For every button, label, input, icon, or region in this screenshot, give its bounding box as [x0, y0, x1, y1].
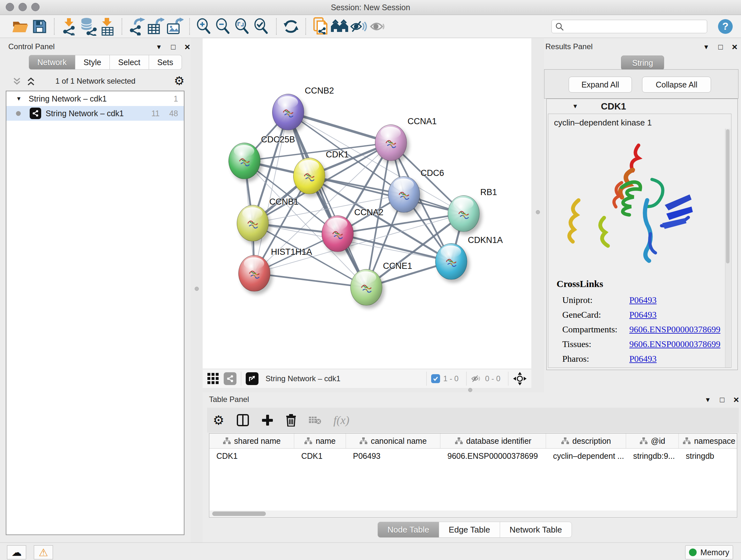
results-panel-close-icon[interactable]: ×: [732, 42, 738, 52]
table-panel-maximize-icon[interactable]: □: [720, 395, 725, 404]
zoom-fit-button[interactable]: [233, 17, 252, 36]
cell[interactable]: CDK1: [294, 449, 346, 463]
export-network-button[interactable]: [127, 17, 146, 36]
edge-HIST1H1A-CCNE1[interactable]: [254, 273, 366, 287]
cell[interactable]: CDK1: [209, 449, 294, 463]
results-tab-string[interactable]: String: [621, 56, 664, 70]
memory-button[interactable]: Memory: [685, 545, 733, 559]
gene-section-header[interactable]: ▼ CDK1: [547, 99, 738, 114]
results-scrollbar-thumb[interactable]: [726, 129, 730, 263]
node-RB1[interactable]: [448, 195, 480, 232]
function-builder-button[interactable]: f(x): [333, 414, 349, 427]
edge-CCNB2-CCNE1[interactable]: [288, 112, 366, 287]
node-CDK1[interactable]: [293, 158, 325, 194]
crosslink-link[interactable]: P06493: [629, 354, 657, 364]
column-header-databaseidentifier[interactable]: database identifier: [441, 434, 546, 448]
collection-expand-triangle[interactable]: ▼: [16, 96, 22, 102]
column-header-description[interactable]: description: [546, 434, 626, 448]
zoom-out-button[interactable]: [214, 17, 233, 36]
cell[interactable]: P06493: [346, 449, 441, 463]
birds-eye-view-icon[interactable]: [207, 373, 219, 385]
delete-table-icon[interactable]: [309, 415, 321, 425]
node-CCNE1[interactable]: [350, 269, 382, 306]
column-header-namespace[interactable]: namespace: [679, 434, 737, 448]
export-table-button[interactable]: [146, 17, 165, 36]
crosslink-link[interactable]: 9606.ENSP00000378699: [629, 339, 720, 349]
column-header-name[interactable]: name: [294, 434, 346, 448]
network-view-canvas[interactable]: CCNB2CCNA1CDC25BCDK1CDC6RB1CCNB1CCNA2CDK…: [203, 38, 531, 369]
tab-select[interactable]: Select: [110, 55, 149, 70]
table-splitter[interactable]: [203, 388, 544, 392]
network-options-gear-icon[interactable]: ⚙: [174, 75, 185, 87]
gene-collapse-triangle[interactable]: ▼: [572, 103, 578, 110]
node-CDC6[interactable]: [388, 176, 420, 212]
hidden-eye-slash-icon[interactable]: [471, 374, 482, 383]
warnings-button[interactable]: ⚠: [34, 545, 53, 559]
create-column-plus-icon[interactable]: [261, 414, 273, 426]
network-tree: ▼ String Network – cdk1 1 String Network…: [6, 91, 185, 535]
import-table-file-button[interactable]: [98, 17, 117, 36]
delete-column-trash-icon[interactable]: [286, 414, 296, 427]
crosslink-link[interactable]: P06493: [629, 295, 657, 305]
cell[interactable]: 9606.ENSP00000378699: [441, 449, 546, 463]
results-scrollbar[interactable]: [725, 129, 731, 368]
results-panel-float-icon[interactable]: ▼: [703, 44, 710, 51]
help-button[interactable]: ?: [718, 19, 733, 34]
cloud-status-button[interactable]: ☁: [7, 545, 26, 559]
open-in-window-icon[interactable]: [246, 372, 259, 385]
node-CCNB1[interactable]: [237, 205, 269, 241]
tab-network-table[interactable]: Network Table: [500, 522, 572, 538]
import-network-file-button[interactable]: [59, 17, 78, 36]
column-header-id[interactable]: @id: [626, 434, 679, 448]
search-input[interactable]: [551, 20, 707, 33]
first-neighbors-button[interactable]: [330, 17, 349, 36]
tab-edge-table[interactable]: Edge Table: [439, 522, 500, 538]
cell[interactable]: cyclin–dependent ...: [546, 449, 626, 463]
node-CDC25B[interactable]: [228, 143, 260, 179]
column-header-canonicalname[interactable]: canonical name: [346, 434, 441, 448]
control-panel-float-icon[interactable]: ▼: [156, 44, 162, 51]
node-CCNA1[interactable]: [375, 125, 407, 161]
zoom-selected-button[interactable]: [252, 17, 271, 36]
node-HIST1H1A[interactable]: [239, 255, 270, 292]
show-all-button[interactable]: [368, 17, 387, 36]
table-options-gear-icon[interactable]: ⚙: [213, 414, 224, 427]
results-panel-maximize-icon[interactable]: □: [718, 43, 723, 51]
expand-all-button[interactable]: Expand All: [569, 77, 632, 92]
tab-style[interactable]: Style: [75, 55, 110, 70]
cell[interactable]: stringdb: [679, 449, 737, 463]
crosslink-link[interactable]: P06493: [629, 310, 657, 320]
tab-network[interactable]: Network: [29, 55, 75, 70]
network-collection-row[interactable]: ▼ String Network – cdk1 1: [6, 91, 184, 106]
table-horizontal-scrollbar[interactable]: [210, 510, 737, 517]
show-columns-icon[interactable]: [237, 414, 249, 427]
network-type-share-icon[interactable]: [224, 372, 237, 385]
node-CCNB2[interactable]: [272, 94, 304, 130]
pan-crosshair-icon[interactable]: [513, 372, 527, 386]
column-header-sharedname[interactable]: shared name: [209, 434, 294, 448]
crosslink-link[interactable]: 9606.ENSP00000378699: [629, 324, 720, 334]
import-network-database-button[interactable]: [78, 17, 98, 36]
left-splitter[interactable]: [191, 38, 203, 543]
zoom-in-button[interactable]: [195, 17, 214, 36]
table-scrollbar-thumb[interactable]: [212, 511, 266, 516]
node-CDKN1A[interactable]: [435, 243, 467, 280]
open-session-button[interactable]: [11, 17, 30, 36]
table-panel-float-icon[interactable]: ▼: [704, 396, 711, 403]
selected-count-checkbox-icon[interactable]: [431, 374, 440, 383]
node-CCNA2[interactable]: [322, 215, 354, 252]
tab-sets[interactable]: Sets: [149, 55, 182, 70]
collapse-all-button[interactable]: Collapse All: [642, 77, 711, 92]
table-panel-close-icon[interactable]: ×: [733, 394, 739, 405]
control-panel-close-icon[interactable]: ×: [185, 42, 190, 52]
cell[interactable]: stringdb:9...: [626, 449, 679, 463]
control-panel-maximize-icon[interactable]: □: [171, 43, 176, 51]
tab-node-table[interactable]: Node Table: [378, 522, 439, 538]
network-row[interactable]: String Network – cdk1 11 48: [6, 106, 184, 121]
save-session-button[interactable]: [30, 17, 49, 36]
new-network-from-selection-button[interactable]: [311, 17, 330, 36]
node-table-row[interactable]: CDK1CDK1P064939606.ENSP00000378699cyclin…: [209, 449, 737, 463]
export-image-button[interactable]: [165, 17, 185, 36]
refresh-button[interactable]: [281, 17, 300, 36]
hide-selected-button[interactable]: [349, 17, 368, 36]
